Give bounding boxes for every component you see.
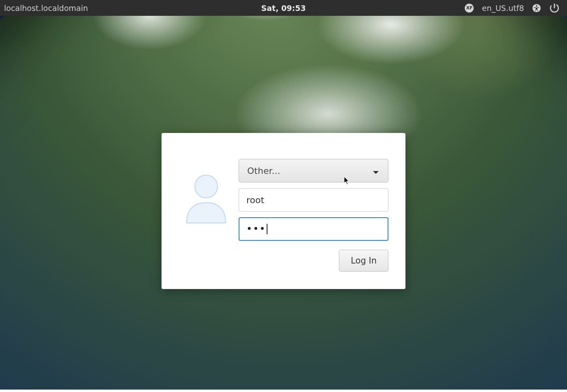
username-input[interactable]: root: [239, 188, 388, 212]
avatar-column: [174, 159, 239, 272]
svg-point-4: [195, 175, 218, 198]
login-button[interactable]: Log In: [339, 250, 388, 272]
top-panel: localhost.localdomain Sat, 09:53 XF en_U…: [0, 0, 567, 16]
accessibility-icon[interactable]: [532, 4, 541, 13]
xf-indicator-label: XF: [465, 4, 474, 13]
password-value: •••: [246, 223, 266, 235]
login-panel: Other... root ••• Log In: [162, 133, 405, 289]
power-icon[interactable]: [549, 3, 560, 13]
svg-point-1: [536, 5, 537, 6]
login-button-label: Log In: [351, 256, 377, 266]
user-avatar-icon: [182, 171, 231, 225]
clock: Sat, 09:53: [261, 4, 306, 13]
hostname-label: localhost.localdomain: [0, 4, 88, 13]
panel-right-group: XF en_US.utf8: [465, 3, 567, 13]
xf-indicator-icon[interactable]: XF: [465, 4, 474, 13]
locale-indicator[interactable]: en_US.utf8: [482, 4, 524, 13]
login-button-row: Log In: [239, 250, 388, 272]
user-selector-label: Other...: [247, 166, 280, 176]
username-value: root: [246, 195, 264, 205]
bottom-strip: [0, 390, 567, 392]
chevron-down-icon: [373, 167, 379, 177]
text-caret: [267, 224, 267, 234]
login-form: Other... root ••• Log In: [239, 159, 388, 272]
user-selector-dropdown[interactable]: Other...: [239, 159, 388, 182]
password-input[interactable]: •••: [239, 217, 388, 241]
